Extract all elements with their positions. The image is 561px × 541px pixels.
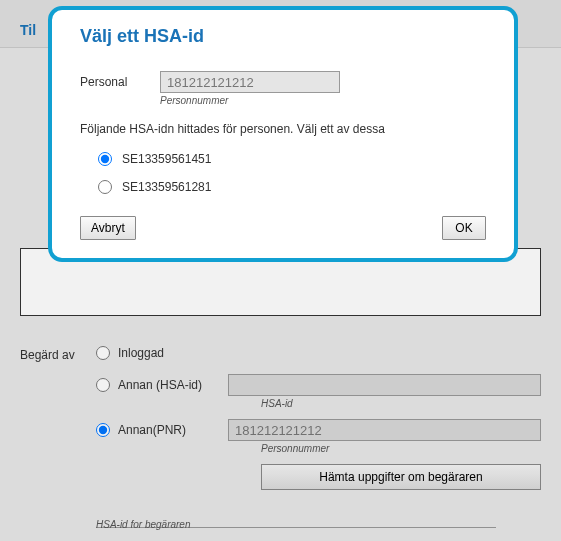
modal-instruction: Följande HSA-idn hittades för personen. … xyxy=(80,122,486,136)
hsa-option-0-label: SE13359561451 xyxy=(122,152,211,166)
hsa-id-field[interactable] xyxy=(228,374,541,396)
modal-title: Välj ett HSA-id xyxy=(80,26,486,47)
hsa-option-1-label: SE13359561281 xyxy=(122,180,211,194)
begard-av-controls: Inloggad Annan (HSA-id) HSA-id Annan(PNR… xyxy=(96,346,541,541)
modal-personal-row: Personal xyxy=(80,71,486,93)
fetch-requester-button[interactable]: Hämta uppgifter om begäraren xyxy=(261,464,541,490)
radio-annan-hsa[interactable] xyxy=(96,378,110,392)
cancel-button[interactable]: Avbryt xyxy=(80,216,136,240)
choose-hsa-modal: Välj ett HSA-id Personal Personnummer Fö… xyxy=(48,6,518,262)
radio-annan-pnr-label: Annan(PNR) xyxy=(118,423,228,437)
begard-av-row: Begärd av Inloggad Annan (HSA-id) HSA-id… xyxy=(20,346,541,541)
hsa-begararen-row: HSA-id for begäraren xyxy=(96,508,496,528)
hsa-begararen-caption: HSA-id for begäraren xyxy=(96,519,191,530)
radio-annan-pnr[interactable] xyxy=(96,423,110,437)
modal-personal-caption: Personnummer xyxy=(160,95,486,106)
radio-inloggad-row: Inloggad xyxy=(96,346,541,360)
hsa-option-0-row[interactable]: SE13359561451 xyxy=(98,152,486,166)
radio-annan-pnr-row: Annan(PNR) xyxy=(96,419,541,441)
hsa-option-1-row[interactable]: SE13359561281 xyxy=(98,180,486,194)
radio-annan-hsa-label: Annan (HSA-id) xyxy=(118,378,228,392)
radio-annan-hsa-row: Annan (HSA-id) xyxy=(96,374,541,396)
pnr-field[interactable] xyxy=(228,419,541,441)
begard-av-label: Begärd av xyxy=(20,346,96,362)
modal-footer: Avbryt OK xyxy=(80,216,486,240)
modal-personal-label: Personal xyxy=(80,75,160,89)
hsa-option-1-radio[interactable] xyxy=(98,180,112,194)
fetch-button-row: Hämta uppgifter om begäraren xyxy=(261,464,541,490)
ok-button[interactable]: OK xyxy=(442,216,486,240)
radio-inloggad-label: Inloggad xyxy=(118,346,228,360)
hsa-option-0-radio[interactable] xyxy=(98,152,112,166)
pnr-field-caption: Personnummer xyxy=(261,443,541,454)
radio-inloggad[interactable] xyxy=(96,346,110,360)
modal-personal-field[interactable] xyxy=(160,71,340,93)
hsa-field-caption: HSA-id xyxy=(261,398,541,409)
page-title-fragment: Til xyxy=(20,22,36,38)
